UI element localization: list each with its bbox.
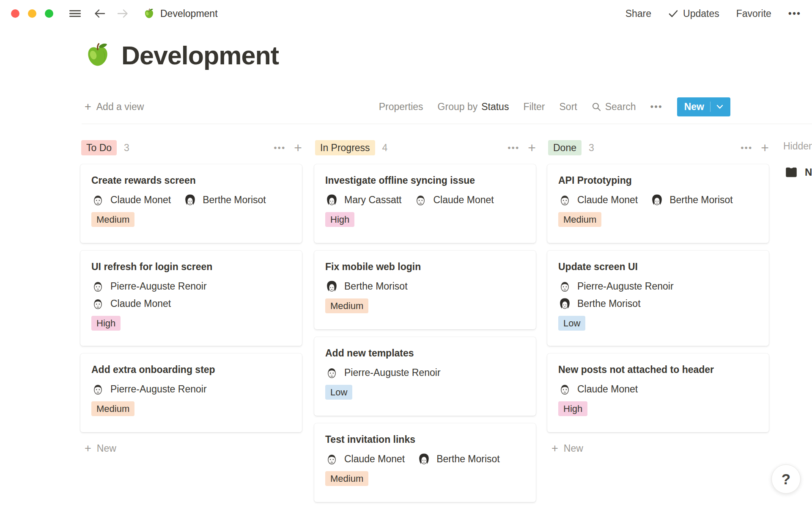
priority-badge: Medium [91, 212, 134, 227]
page-emoji-large[interactable] [84, 42, 111, 69]
priority-badge: High [558, 401, 587, 416]
add-card-button[interactable]: + New [85, 443, 116, 454]
status-badge[interactable]: In Progress [315, 140, 375, 155]
card[interactable]: Add extra onboarding step Pierre-Auguste… [80, 353, 302, 432]
help-button[interactable]: ? [771, 464, 801, 494]
plus-icon: + [85, 443, 91, 454]
status-badge[interactable]: To Do [81, 140, 117, 155]
column-add-icon[interactable]: + [761, 141, 769, 155]
page-title[interactable]: Development [121, 41, 279, 70]
favorite-button[interactable]: Favorite [736, 8, 771, 19]
back-icon[interactable] [93, 8, 106, 19]
assignee-name: Claude Monet [344, 453, 405, 465]
close-button[interactable] [11, 9, 19, 18]
updates-button[interactable]: Updates [668, 8, 719, 19]
breadcrumb[interactable]: Development [143, 8, 218, 19]
card-title: Add extra onboarding step [91, 364, 291, 375]
column-in-progress: In Progress 4 ••• + Investigate offline … [314, 140, 536, 508]
sidebar-menu-icon[interactable] [69, 8, 81, 19]
avatar [650, 193, 664, 207]
card[interactable]: Add new templates Pierre-Auguste Renoir … [314, 337, 536, 416]
avatar [91, 297, 104, 310]
column-more-icon[interactable]: ••• [274, 143, 285, 153]
assignee: Claude Monet [91, 297, 291, 310]
column-more-icon[interactable]: ••• [741, 143, 752, 153]
avatar [184, 193, 197, 207]
group-by-button[interactable]: Group by Status [438, 101, 509, 113]
add-view-button[interactable]: + Add a view [85, 101, 144, 113]
column-count: 3 [124, 142, 129, 154]
assignee-name: Mary Cassatt [344, 194, 401, 206]
card[interactable]: New posts not attached to header Claude … [547, 353, 769, 432]
card[interactable]: UI refresh for login screen Pierre-Augus… [80, 251, 302, 346]
assignee-name: Berthe Morisot [203, 194, 266, 206]
properties-button[interactable]: Properties [379, 101, 423, 113]
minimize-button[interactable] [28, 9, 36, 18]
column-done: Done 3 ••• + API Prototyping Claude Mone… [547, 140, 769, 508]
assignee-name: Claude Monet [577, 194, 638, 206]
card-title: Update screen UI [558, 261, 758, 273]
assignee-name: Claude Monet [110, 194, 171, 206]
card-title: Investigate offline syncing issue [325, 175, 525, 186]
column-add-icon[interactable]: + [294, 141, 302, 155]
avatar [325, 366, 338, 379]
assignee: Berthe Morisot [325, 280, 408, 293]
priority-badge: Medium [558, 212, 601, 227]
forward-icon[interactable] [116, 8, 129, 19]
priority-badge: High [325, 212, 354, 227]
assignee: Berthe Morisot [650, 193, 733, 207]
sort-button[interactable]: Sort [560, 101, 577, 113]
card[interactable]: Create rewards screen Claude Monet Berth… [80, 164, 302, 243]
assignee-name: Claude Monet [577, 384, 638, 395]
assignee-name: Pierre-Auguste Renoir [110, 384, 207, 395]
card[interactable]: Fix mobile web login Berthe Morisot Medi… [314, 251, 536, 329]
share-button[interactable]: Share [625, 8, 651, 19]
add-card-button[interactable]: + New [551, 443, 583, 454]
assignee: Pierre-Auguste Renoir [325, 366, 441, 379]
card[interactable]: Update screen UI Pierre-Auguste Renoir B… [547, 251, 769, 346]
status-badge[interactable]: Done [548, 140, 582, 155]
avatar [91, 193, 104, 207]
assignee-name: Berthe Morisot [344, 281, 408, 292]
priority-badge: Medium [91, 401, 134, 416]
avatar [558, 193, 571, 207]
card-title: Fix mobile web login [325, 261, 525, 273]
assignee: Pierre-Auguste Renoir [91, 280, 291, 293]
assignee-name: Claude Monet [110, 298, 171, 309]
priority-badge: Low [558, 316, 585, 331]
priority-badge: Medium [325, 471, 368, 486]
assignee-name: Berthe Morisot [577, 298, 641, 309]
assignee: Berthe Morisot [558, 297, 758, 310]
assignee: Pierre-Auguste Renoir [558, 280, 758, 293]
avatar [325, 280, 338, 293]
column-header: To Do 3 ••• + [80, 140, 302, 156]
card[interactable]: API Prototyping Claude Monet Berthe Mori… [547, 164, 769, 243]
avatar [417, 453, 431, 466]
column-add-icon[interactable]: + [528, 141, 536, 155]
hidden-columns-label[interactable]: Hidden columns [783, 141, 812, 152]
kanban-board: To Do 3 ••• + Create rewards screen Clau… [0, 140, 812, 508]
search-button[interactable]: Search [592, 101, 636, 113]
view-more-icon[interactable]: ••• [650, 101, 663, 112]
filter-button[interactable]: Filter [523, 101, 545, 113]
priority-badge: Medium [325, 298, 368, 313]
hidden-group-no-status[interactable]: No Status [784, 165, 812, 179]
assignee: Berthe Morisot [417, 453, 500, 466]
more-options-icon[interactable]: ••• [788, 8, 801, 19]
avatar [325, 193, 338, 207]
assignee: Claude Monet [558, 193, 638, 207]
new-button[interactable]: New [677, 97, 730, 116]
card[interactable]: Test invitation links Claude Monet Berth… [314, 423, 536, 502]
column-more-icon[interactable]: ••• [508, 143, 519, 153]
group-by-value: Status [481, 101, 509, 113]
assignee-name: Pierre-Auguste Renoir [577, 281, 674, 292]
view-toolbar: + Add a view Properties Group by Status … [85, 97, 730, 117]
card[interactable]: Investigate offline syncing issue Mary C… [314, 164, 536, 243]
avatar [558, 280, 571, 293]
card-title: New posts not attached to header [558, 364, 758, 375]
zoom-button[interactable] [45, 9, 53, 18]
column-header: In Progress 4 ••• + [314, 140, 536, 156]
assignee: Pierre-Auguste Renoir [91, 383, 207, 396]
assignee: Mary Cassatt [325, 193, 401, 207]
chevron-down-icon [716, 105, 723, 109]
